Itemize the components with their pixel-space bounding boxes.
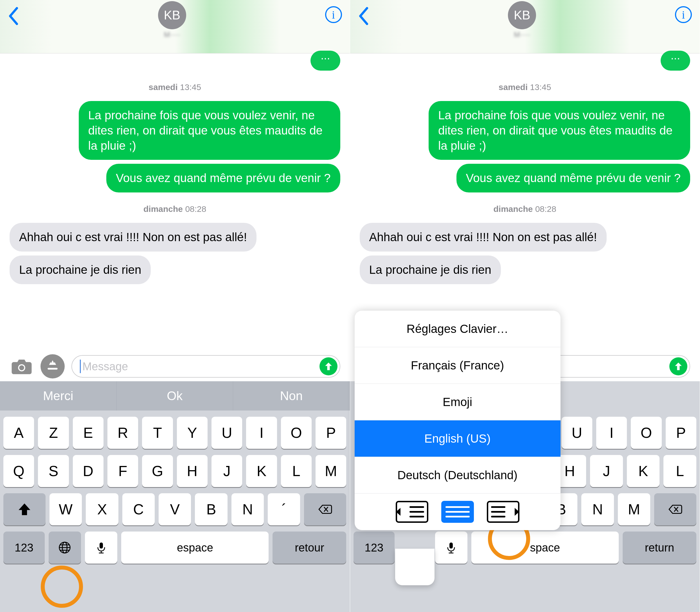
keyboard-language-popup: Réglages Clavier… Français (France) Emoj…: [355, 311, 560, 530]
return-key[interactable]: return: [623, 531, 696, 564]
key-l[interactable]: L: [281, 455, 312, 487]
numbers-key[interactable]: 123: [354, 531, 395, 564]
key-i[interactable]: I: [246, 417, 277, 449]
back-button[interactable]: [8, 3, 19, 32]
message-in-2[interactable]: La prochaine je dis rien: [360, 255, 501, 284]
keyboard-french: Merci Ok Non A Z E R T Y U I O P Q S D F…: [0, 381, 350, 612]
key-d[interactable]: D: [73, 455, 103, 487]
key-m[interactable]: M: [618, 493, 650, 525]
nav-header: KB M····· i: [350, 0, 700, 54]
dictation-key[interactable]: [85, 531, 117, 564]
send-button[interactable]: [669, 357, 687, 375]
key-g[interactable]: G: [142, 455, 173, 487]
key-j[interactable]: J: [212, 455, 242, 487]
avatar: KB: [508, 1, 536, 29]
contact-header[interactable]: KB M·····: [158, 1, 186, 39]
text-cursor: [80, 360, 81, 373]
key-u[interactable]: U: [212, 417, 242, 449]
key-t[interactable]: T: [142, 417, 173, 449]
key-y[interactable]: Y: [177, 417, 208, 449]
key-s[interactable]: S: [38, 455, 69, 487]
phone-left: KB M····· i ··· samedi 13:45 La prochain…: [0, 0, 350, 612]
key-e[interactable]: E: [73, 417, 103, 449]
message-in-2[interactable]: La prochaine je dis rien: [10, 255, 151, 284]
key-l[interactable]: L: [663, 455, 696, 487]
key-q[interactable]: Q: [3, 455, 34, 487]
message-out-1[interactable]: La prochaine fois que vous voulez venir,…: [79, 101, 340, 160]
space-key[interactable]: espace: [121, 531, 269, 564]
contact-header[interactable]: KB M·····: [508, 1, 536, 39]
camera-icon[interactable]: [10, 354, 34, 378]
message-out-2[interactable]: Vous avez quand même prévu de venir ?: [456, 164, 690, 193]
key-p[interactable]: P: [666, 417, 696, 449]
keyboard-settings-option[interactable]: Réglages Clavier…: [355, 311, 560, 347]
dictation-key[interactable]: [435, 531, 468, 564]
message-thread[interactable]: ··· samedi 13:45 La prochaine fois que v…: [350, 51, 700, 284]
svg-rect-2: [47, 368, 57, 370]
message-thread[interactable]: ··· samedi 13:45 La prochaine fois que v…: [0, 51, 350, 284]
message-out-2[interactable]: Vous avez quand même prévu de venir ?: [106, 164, 340, 193]
key-c[interactable]: C: [122, 493, 155, 525]
key-p[interactable]: P: [316, 417, 346, 449]
timestamp-1: samedi 13:45: [10, 82, 340, 92]
key-w[interactable]: W: [49, 493, 82, 525]
key-u[interactable]: U: [562, 417, 592, 449]
svg-rect-6: [100, 542, 103, 549]
contact-name: M·····: [514, 30, 530, 39]
key-n[interactable]: N: [231, 493, 264, 525]
message-out-partial: ···: [661, 51, 690, 71]
key-o[interactable]: O: [281, 417, 312, 449]
key-h[interactable]: H: [177, 455, 208, 487]
contact-name: M·····: [164, 30, 180, 39]
key-m[interactable]: M: [316, 455, 346, 487]
keyboard-layout-left-icon[interactable]: [396, 501, 428, 523]
phone-right: KB M····· i ··· samedi 13:45 La prochain…: [350, 0, 700, 612]
key-v[interactable]: V: [159, 493, 191, 525]
info-button[interactable]: i: [325, 6, 342, 23]
keyboard-layout-right-icon[interactable]: [487, 501, 519, 523]
keyboard-lang-german[interactable]: Deutsch (Deutschland): [355, 457, 560, 493]
nav-header: KB M····· i: [0, 0, 350, 54]
key-b[interactable]: B: [195, 493, 227, 525]
key-k[interactable]: K: [627, 455, 660, 487]
message-out-1[interactable]: La prochaine fois que vous voulez venir,…: [429, 101, 690, 160]
key-accent[interactable]: ´: [268, 493, 300, 525]
keyboard-lang-emoji[interactable]: Emoji: [355, 384, 560, 420]
message-input[interactable]: Message: [71, 355, 340, 378]
return-key[interactable]: retour: [272, 531, 346, 564]
key-a[interactable]: A: [3, 417, 34, 449]
send-button[interactable]: [319, 357, 338, 375]
key-x[interactable]: X: [86, 493, 118, 525]
popup-tail: [395, 549, 434, 585]
info-button[interactable]: i: [675, 6, 692, 23]
keyboard-lang-english[interactable]: English (US): [355, 420, 560, 457]
backspace-key[interactable]: [654, 493, 696, 525]
space-key[interactable]: space: [471, 531, 619, 564]
keyboard-layout-full-icon[interactable]: [441, 501, 474, 523]
suggestion-3[interactable]: Non: [233, 381, 350, 411]
shift-key[interactable]: [3, 493, 45, 525]
backspace-key[interactable]: [304, 493, 346, 525]
svg-rect-9: [449, 542, 453, 549]
suggestion-1[interactable]: Merci: [0, 381, 117, 411]
key-j[interactable]: J: [590, 455, 623, 487]
key-o[interactable]: O: [631, 417, 661, 449]
key-r[interactable]: R: [108, 417, 138, 449]
message-placeholder: Message: [82, 360, 128, 373]
suggestion-2[interactable]: Ok: [117, 381, 233, 411]
back-button[interactable]: [358, 3, 369, 32]
key-k[interactable]: K: [246, 455, 277, 487]
avatar: KB: [158, 1, 186, 29]
key-n[interactable]: N: [581, 493, 614, 525]
key-f[interactable]: F: [108, 455, 138, 487]
appstore-icon[interactable]: [41, 354, 65, 378]
key-z[interactable]: Z: [38, 417, 69, 449]
key-i[interactable]: I: [596, 417, 627, 449]
keyboard-lang-french[interactable]: Français (France): [355, 347, 560, 384]
numbers-key[interactable]: 123: [3, 531, 45, 564]
message-in-1[interactable]: Ahhah oui c est vrai !!!! Non on est pas…: [10, 223, 257, 252]
svg-point-1: [19, 365, 24, 370]
globe-key[interactable]: [49, 531, 81, 564]
message-in-1[interactable]: Ahhah oui c est vrai !!!! Non on est pas…: [360, 223, 606, 252]
timestamp-1: samedi 13:45: [360, 82, 690, 92]
